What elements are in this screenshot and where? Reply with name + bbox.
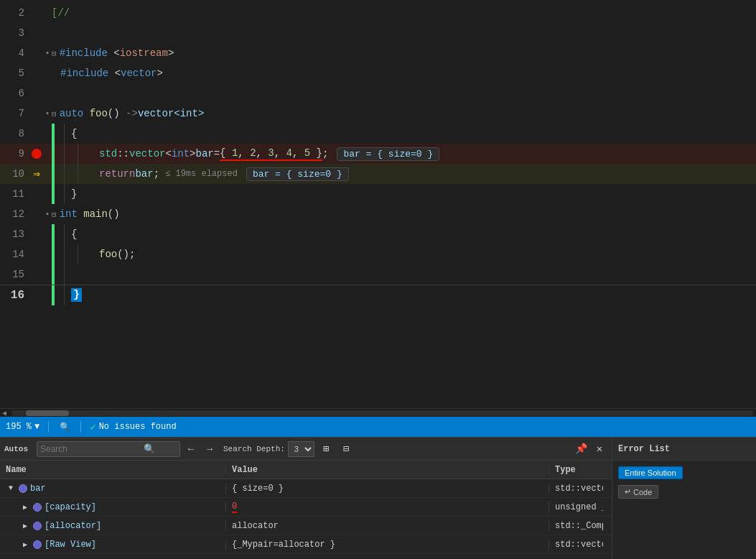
line-num-16: 16: [0, 289, 30, 302]
code-line-5[interactable]: 5 #include <vector>: [0, 63, 756, 83]
zoom-control[interactable]: 195 % ▼: [6, 422, 39, 432]
gutter-fold-7[interactable]: ▪: [43, 109, 52, 118]
expand-capacity[interactable]: ▶: [20, 503, 30, 512]
gutter-11: 11: [0, 188, 52, 200]
kw-9b: ::: [117, 148, 129, 160]
watch-name-allocator: ▶ [allocator]: [0, 521, 226, 531]
search-input[interactable]: [40, 444, 141, 454]
watch-type-allocator: std::_Compressed_pair<st...: [549, 521, 603, 531]
status-bar: 195 % ▼ 🔍 ✓ No issues found: [0, 417, 756, 437]
name-allocator: [allocator]: [45, 521, 101, 531]
scroll-thumb[interactable]: [26, 410, 69, 416]
code-line-9[interactable]: 9 std::vector<int> bar = { 1, 2, 3, 4, 5…: [0, 144, 756, 164]
kw-9m: ,: [256, 147, 269, 159]
watch-row-allocator[interactable]: ▶ [allocator] allocator std::_Compressed…: [0, 517, 612, 535]
gutter-15: 15: [0, 269, 52, 280]
green-bar-16: [52, 285, 55, 305]
code-body-9: std::vector<int> bar = { 1, 2, 3, 4, 5 }…: [52, 144, 756, 164]
code-line-15[interactable]: 15: [0, 264, 756, 285]
pin-panel-btn[interactable]: 📌: [573, 441, 589, 457]
gutter-6: 6: [0, 88, 52, 99]
expr-9: { 1, 2, 3, 4, 5 }: [220, 147, 322, 161]
nav-forward-btn[interactable]: →: [202, 441, 218, 457]
code-line-14[interactable]: 14 foo();: [0, 244, 756, 264]
scroll-left-btn[interactable]: ◀: [0, 409, 9, 417]
debug-search-btn[interactable]: 🔍: [57, 420, 72, 434]
watch-name-rawview: ▶ [Raw View]: [0, 540, 226, 550]
line-num-5: 5: [0, 68, 30, 79]
breakpoint-9[interactable]: [32, 149, 42, 159]
inc-5: vector: [121, 68, 157, 79]
empty-area: [0, 305, 756, 405]
code-line-6[interactable]: 6: [0, 83, 756, 103]
code-line-3[interactable]: 3: [0, 23, 756, 43]
fold-icon-12[interactable]: ⊟: [52, 210, 57, 219]
fold-icon-7[interactable]: ⊟: [52, 109, 57, 119]
code-line-11[interactable]: 11 }: [0, 184, 756, 204]
kw-12c: (): [108, 208, 120, 220]
col-type: Type: [549, 465, 603, 475]
line-num-2: 2: [0, 7, 30, 19]
watch-row-bar[interactable]: ▼ bar { size=0 } std::vector<int,std::al…: [0, 479, 612, 498]
code-line-13[interactable]: 13 {: [0, 224, 756, 244]
filter-entire-solution[interactable]: Entire Solution: [618, 466, 683, 479]
kw-9q: ,: [292, 147, 304, 159]
kw-8: {: [71, 128, 77, 139]
kw-14a: foo: [99, 249, 117, 260]
green-bar-14: [52, 244, 55, 264]
line-num-3: 3: [0, 27, 30, 39]
scroll-track[interactable]: [11, 410, 753, 416]
code-line-2[interactable]: 2 [//: [0, 3, 756, 23]
kw-9g: bar: [195, 148, 213, 160]
expand-all-btn[interactable]: ⊞: [317, 440, 335, 458]
search-box[interactable]: 🔍: [37, 441, 180, 457]
error-list-panel: Error List Entire Solution ↵ Code: [612, 438, 756, 559]
expand-rawview[interactable]: ▶: [20, 540, 30, 549]
collapse-all-btn[interactable]: ⊟: [337, 440, 355, 458]
watch-name-bar: ▼ bar: [0, 484, 226, 494]
expand-allocator[interactable]: ▶: [20, 522, 30, 530]
gutter-8: 8: [0, 128, 52, 139]
code-line-16[interactable]: 16 }: [0, 285, 756, 305]
expand-bar[interactable]: ▼: [6, 484, 16, 492]
code-filter-btn[interactable]: ↵ Code: [618, 485, 658, 499]
code-body-12: ⊟int main(): [52, 208, 756, 220]
inc-4: iostream: [120, 47, 168, 59]
watch-row-capacity[interactable]: ▶ [capacity] 0 unsigned __int64: [0, 498, 612, 517]
debug-hint-9: bar = { size=0 }: [337, 147, 439, 161]
editor-area: 2 [// 3 4 ▪ ⊟#includ: [0, 0, 756, 437]
code-line-4[interactable]: 4 ▪ ⊟#include <iostream>: [0, 43, 756, 63]
watch-header: Name Value Type: [0, 461, 612, 479]
horizontal-scrollbar[interactable]: ◀: [0, 408, 756, 417]
gutter-fold-4[interactable]: ▪: [43, 49, 52, 57]
watch-row-rawview[interactable]: ▶ [Raw View] {_Mypair=allocator } std::v…: [0, 535, 612, 554]
nav-back-btn[interactable]: ←: [183, 441, 199, 457]
gutter-fold-12[interactable]: ▪: [43, 210, 52, 218]
code-line-10[interactable]: 10 ⇒ return bar; ≤ 19ms elapsed bar = { …: [0, 164, 756, 184]
code-line-12[interactable]: 12 ▪ ⊟int main(): [0, 204, 756, 224]
code-line-8[interactable]: 8 {: [0, 124, 756, 144]
kw-4: #include: [60, 47, 114, 59]
watch-value-allocator: allocator: [226, 521, 549, 531]
green-bar-15: [52, 264, 55, 285]
kw-9k: ,: [238, 147, 250, 159]
watch-table: ▼ bar { size=0 } std::vector<int,std::al…: [0, 479, 612, 559]
search-icon-btn[interactable]: 🔍: [144, 443, 155, 455]
autos-toolbar: Autos 🔍 ← → Search Depth: 3 1 2 4 5 ⊞ ⊟: [0, 438, 612, 461]
status-sep-2: [80, 421, 81, 433]
elapsed-10: ≤ 19ms elapsed: [165, 169, 238, 179]
fold-icon-4[interactable]: ⊟: [52, 49, 57, 58]
code-line-7[interactable]: 7 ▪ ⊟auto foo() ->vector<int>: [0, 103, 756, 124]
depth-select[interactable]: 3 1 2 4 5: [288, 441, 314, 457]
code-body-8: {: [52, 124, 756, 144]
line-num-11: 11: [0, 188, 30, 200]
watch-type-capacity: unsigned __int64: [549, 502, 603, 512]
line-num-8: 8: [0, 128, 30, 139]
guide-8: [64, 124, 65, 144]
close-panel-btn[interactable]: ✕: [592, 441, 607, 457]
error-filter-row: Entire Solution: [615, 463, 753, 482]
error-list-header: Error List: [612, 438, 756, 461]
kw-5: #include: [60, 68, 115, 79]
depth-label: Search Depth:: [223, 445, 285, 453]
line-num-12: 12: [0, 208, 30, 220]
